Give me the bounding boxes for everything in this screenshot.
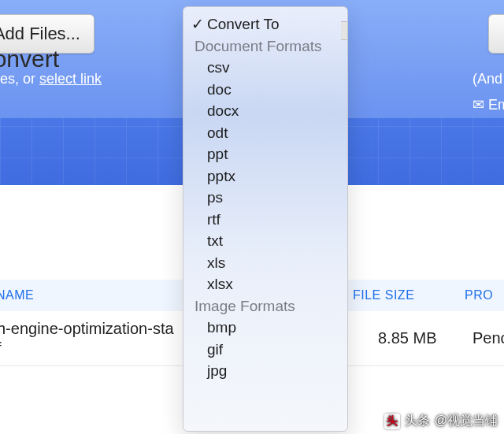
- dropdown-item-ps[interactable]: ps: [183, 187, 347, 209]
- dropdown-item-rtf[interactable]: rtf: [183, 209, 347, 231]
- page-title: Convert: [0, 46, 59, 72]
- dropdown-item-odt[interactable]: odt: [183, 122, 347, 144]
- dropdown-item-csv[interactable]: csv: [183, 57, 347, 79]
- dropdown-item-doc[interactable]: doc: [183, 79, 347, 101]
- watermark-brand: 头条: [405, 413, 430, 429]
- watermark: 头 头条 @视觉当铺: [384, 413, 498, 429]
- convert-button[interactable]: Co: [488, 14, 504, 54]
- cell-name: h-engine-optimization-staf: [0, 319, 186, 358]
- dropdown-group-image: Image Formats: [183, 295, 347, 317]
- col-header-size[interactable]: FILE SIZE: [353, 288, 447, 302]
- cell-progress: Penc: [472, 329, 504, 347]
- select-link[interactable]: select link: [39, 71, 102, 87]
- dropdown-item-bmp[interactable]: bmp: [183, 317, 347, 339]
- dropdown-item-xlsx[interactable]: xlsx: [183, 273, 347, 295]
- dropdown-item-docx[interactable]: docx: [183, 100, 347, 122]
- hero-left-prefix: o files, or: [0, 71, 39, 87]
- mail-icon: ✉: [472, 97, 484, 113]
- dropdown-group-document: Document Formats: [183, 35, 347, 57]
- hero-left-text: o files, or select link: [0, 71, 102, 87]
- dropdown-item-jpg[interactable]: jpg: [183, 360, 347, 382]
- add-files-label: Add Files...: [0, 24, 80, 43]
- col-header-progress[interactable]: PRO: [465, 288, 504, 302]
- cell-size: 8.85 MB: [378, 329, 436, 347]
- dropdown-item-pptx[interactable]: pptx: [183, 165, 347, 187]
- dropdown-item-txt[interactable]: txt: [183, 230, 347, 252]
- dropdown-selected[interactable]: Convert To: [183, 13, 347, 35]
- watermark-logo-icon: 头: [384, 414, 400, 429]
- hero-email-row: ✉ Em: [472, 96, 504, 113]
- hero-right-text: (And a: [472, 71, 504, 87]
- mail-text: Em: [484, 97, 504, 113]
- dropdown-item-gif[interactable]: gif: [183, 339, 347, 361]
- watermark-handle: @视觉当铺: [435, 413, 498, 429]
- convert-to-dropdown[interactable]: Convert To Document Formats csv doc docx…: [183, 6, 348, 432]
- dropdown-item-xls[interactable]: xls: [183, 252, 347, 274]
- dropdown-item-ppt[interactable]: ppt: [183, 143, 347, 165]
